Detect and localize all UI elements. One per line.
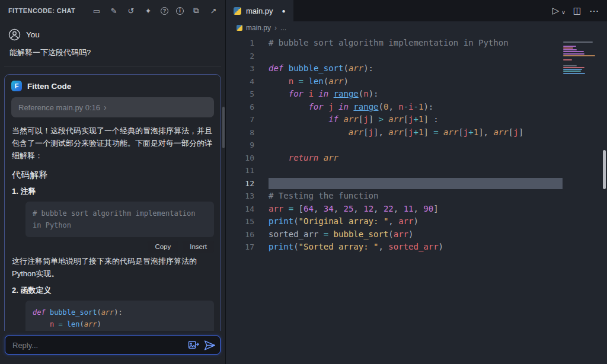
unsaved-dot-icon[interactable]: ● (282, 8, 286, 14)
minimap-line (563, 73, 585, 74)
line-number[interactable]: 17 (226, 241, 254, 254)
code-line: 14arr = [64, 34, 25, 12, 22, 11, 90] (226, 203, 607, 216)
reply-box (5, 336, 221, 355)
help-icon[interactable]: ? (161, 7, 168, 15)
breadcrumb-rest[interactable]: ... (280, 24, 286, 32)
minimap-line (563, 51, 584, 52)
reference-label: Reference main.py 0:16 (18, 103, 100, 112)
code-line: 4 n = len(arr) (226, 75, 607, 88)
assistant-name: Fitten Code (27, 82, 71, 91)
code-line-text[interactable]: print("Original array: ", arr) (254, 215, 418, 228)
minimap-line (563, 71, 581, 72)
code-line: 5 for i in range(n): (226, 88, 607, 101)
code-line-text[interactable]: for i in range(n): (254, 88, 379, 101)
line-number[interactable]: 1 (226, 37, 254, 50)
minimap-line (563, 59, 572, 60)
user-message-text: 能解释一下这段代码吗? (9, 47, 216, 58)
code-line-text[interactable]: return arr (254, 152, 338, 165)
editor-scrollbar[interactable] (603, 150, 606, 189)
tab-label: main.py (246, 7, 273, 15)
line-number[interactable]: 10 (226, 152, 254, 165)
python-file-icon-small (237, 25, 242, 31)
line-number[interactable]: 5 (226, 88, 254, 101)
magic-wand-icon[interactable]: ✦ (143, 6, 153, 15)
tab-main-py[interactable]: main.py ● (226, 0, 294, 21)
run-dropdown[interactable]: ∨ (561, 9, 566, 15)
attach-image-icon[interactable] (187, 339, 199, 351)
copy-button[interactable]: Copy (148, 241, 178, 253)
code-line-text[interactable]: def bubble_sort(arr): (254, 62, 373, 75)
code-line-text[interactable]: if arr[j] > arr[j+1] : (254, 113, 439, 126)
code-line: 8 arr[j], arr[j+1] = arr[j+1], arr[j] (226, 126, 607, 139)
run-button[interactable]: ▷ (552, 5, 560, 16)
line-number[interactable]: 14 (226, 203, 254, 216)
code-line-text[interactable] (254, 177, 269, 190)
edit-icon[interactable]: ✎ (109, 6, 119, 15)
code-line-text[interactable]: n = len(arr) (254, 75, 349, 88)
line-number[interactable]: 4 (226, 75, 254, 88)
code-line: for i in range(n): (33, 330, 207, 331)
code-line-text[interactable]: sorted_arr = bubble_sort(arr) (254, 228, 414, 241)
assistant-message: F Fitten Code Reference main.py 0:16 › 当… (4, 74, 221, 331)
line-number[interactable]: 2 (226, 50, 254, 63)
assistant-code-block-1: # bubble sort algorithm implementation i… (25, 202, 214, 237)
sidebar-scrollbar[interactable] (222, 107, 225, 148)
code-line: def bubble_sort(arr): (33, 306, 207, 318)
code-line: 16sorted_arr = bubble_sort(arr) (226, 228, 607, 241)
code-line-text[interactable]: # bubble sort algorithm implementation i… (254, 37, 509, 50)
line-number[interactable]: 15 (226, 215, 254, 228)
breadcrumb-file[interactable]: main.py (246, 24, 271, 32)
breadcrumb-separator: › (274, 24, 277, 32)
assistant-code-block-2: def bubble_sort(arr): n = len(arr) for i… (25, 301, 214, 331)
chevron-right-icon: › (104, 103, 107, 112)
line-number[interactable]: 11 (226, 164, 254, 177)
split-editor-button[interactable]: ◫ (573, 5, 582, 16)
code-line-text[interactable]: # Testing the function (254, 190, 378, 203)
code-line: 7 if arr[j] > arr[j+1] : (226, 113, 607, 126)
active-line-highlight (269, 178, 563, 190)
line-number[interactable]: 9 (226, 139, 254, 152)
code-line: 13# Testing the function (226, 190, 607, 203)
code-line: n = len(arr) (33, 318, 207, 330)
code-line-text[interactable] (254, 164, 269, 177)
line-number[interactable]: 6 (226, 101, 254, 114)
more-actions-button[interactable]: ⋯ (589, 5, 599, 17)
code-area: 1# bubble sort algorithm implementation … (226, 34, 607, 364)
insert-button[interactable]: Insert (183, 241, 214, 253)
line-number[interactable]: 13 (226, 190, 254, 203)
code-line-text[interactable]: arr[j], arr[j+1] = arr[j+1], arr[j] (254, 126, 523, 139)
history-icon[interactable]: ↺ (126, 6, 136, 15)
reference-button[interactable]: Reference main.py 0:16 › (11, 97, 214, 117)
code-line: 10 return arr (226, 152, 607, 165)
code-line: 17print("Sorted array: ", sorted_arr) (226, 241, 607, 254)
python-file-icon (234, 7, 241, 15)
fitten-code-logo-icon: F (11, 81, 22, 91)
reply-bar (0, 331, 225, 364)
editor-pane: main.py ● ▷∨◫⋯ main.py › ... 1# bubble s… (226, 0, 607, 364)
line-number[interactable]: 12 (226, 177, 254, 190)
line-number[interactable]: 16 (226, 228, 254, 241)
assistant-list-item-2: 2. 函数定义 (12, 285, 213, 296)
minimap[interactable] (563, 41, 598, 75)
line-number[interactable]: 3 (226, 62, 254, 75)
info-icon[interactable]: i (176, 7, 184, 15)
app-window: FITTENCODE: CHAT ▭✎↺✦?i⧉↗ You 能解释一下这段代码吗… (0, 0, 607, 364)
code-line-text[interactable]: print("Sorted array: ", sorted_arr) (254, 241, 443, 254)
chat-sidebar: FITTENCODE: CHAT ▭✎↺✦?i⧉↗ You 能解释一下这段代码吗… (0, 0, 226, 364)
reply-input[interactable] (11, 340, 187, 350)
minimap-line (563, 55, 595, 56)
chat-panel-icon[interactable]: ▭ (92, 6, 101, 15)
line-number[interactable]: 7 (226, 113, 254, 126)
code-line-text[interactable]: arr = [64, 34, 25, 12, 22, 11, 90] (254, 203, 439, 216)
code-line-text[interactable] (254, 50, 269, 63)
code-line-text[interactable]: for j in range(0, n-i-1): (254, 101, 433, 114)
minimap-line (563, 47, 573, 49)
export-icon[interactable]: ↗ (209, 6, 218, 15)
line-number[interactable]: 8 (226, 126, 254, 139)
sidebar-toolbar: ▭✎↺✦?i⧉↗ (92, 6, 218, 15)
code-line-text[interactable] (254, 139, 269, 152)
send-icon[interactable] (203, 339, 216, 352)
code-block-actions: Copy Insert (25, 241, 214, 253)
assistant-header: F Fitten Code (11, 81, 214, 91)
copy-panel-icon[interactable]: ⧉ (191, 6, 201, 15)
